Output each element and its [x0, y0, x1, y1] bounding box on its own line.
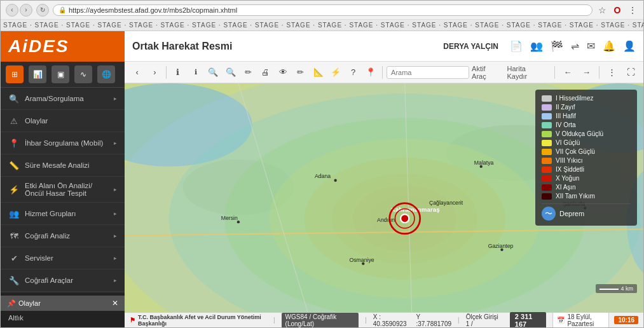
sidebar-grid-icon-btn[interactable]: ⊞ [6, 65, 24, 83]
menu-icon[interactable]: ⋮ [627, 4, 638, 16]
chevron-right-icon: ▸ [114, 255, 117, 261]
legend-deprem-label: Deprem [559, 210, 584, 217]
legend-color-11 [542, 184, 552, 191]
legend-item-5: V Oldukça Güçlü [542, 130, 631, 137]
map-toolbar: ‹ › ℹ ℹ 🔍 🔍 ✏ 🖨 👁 ✏ 📐 ⚡ ? 📍 Aktif Araç [125, 62, 643, 83]
opera-icon[interactable]: O [612, 4, 623, 16]
legend-color-3 [542, 113, 552, 120]
app-container: AiDES ⊞ 📊 ▣ ∿ 🌐 🔍 Arama/Sorgulama ▸ ⚠ [1, 31, 643, 327]
sidebar-item-cografi-analiz[interactable]: 🗺 Coğrafi Analiz ▸ [1, 225, 125, 247]
sidebar-bottom-panel: 📌 Olaylar ✕ Altlık [1, 293, 125, 327]
legend-label-4: IV Orta [556, 121, 576, 128]
eye-button[interactable]: 👁 [276, 65, 291, 80]
print-button[interactable]: 🖨 [258, 65, 273, 80]
sidebar-item-cografi-araclar[interactable]: 🔧 Coğrafi Araçlar ▸ [1, 270, 125, 292]
sidebar-icons-row: ⊞ 📊 ▣ ∿ 🌐 [1, 62, 125, 88]
status-sep-3: | [458, 317, 460, 324]
app-header: Ortak Harekat Resmi DERYA YALÇIN 📄 👥 🏁 ⇌… [125, 31, 643, 62]
bell-icon[interactable]: 🔔 [603, 40, 615, 52]
sidebar-item-sure-mesafe[interactable]: 📏 Süre Mesafe Analizi [1, 154, 125, 177]
legend-deprem-section: 〜 Deprem [542, 203, 631, 221]
toolbar-right: Aktif Araç Harita Kaydır ← → ⋮ ⛶ [472, 64, 638, 81]
refresh-button[interactable]: ↻ [36, 4, 49, 17]
toolbar-sep-2 [382, 66, 383, 79]
sidebar-layers-icon-btn[interactable]: ▣ [51, 65, 69, 83]
afad-icon: ⚑ [130, 317, 135, 324]
search-input[interactable] [387, 66, 469, 79]
tools-icon: 🔧 [8, 275, 20, 286]
sidebar-item-ihbar[interactable]: 📍 İhbar Sorgulama (Mobil) ▸ [1, 132, 125, 154]
sidebar-item-label: Coğrafi Analiz [25, 232, 70, 240]
location-icon: 📍 [8, 137, 20, 149]
sidebar-item-hizmet[interactable]: 👥 Hizmet Grupları ▸ [1, 203, 125, 225]
fullscreen-icon[interactable]: ⛶ [624, 65, 638, 80]
sidebar-logo: AiDES [1, 31, 125, 62]
legend-item-3: III Hafif [542, 113, 631, 120]
info2-button[interactable]: ℹ [188, 65, 203, 80]
sidebar-wave-icon-btn[interactable]: ∿ [74, 65, 92, 83]
nav-buttons: ‹ › [6, 4, 32, 17]
legend-label-7: VII Çok Güçlü [556, 148, 595, 155]
legend-label-5: V Oldukça Güçlü [556, 130, 603, 137]
coord-system-selector[interactable]: WGS84 / Coğrafik (Long/Lat) [282, 313, 359, 328]
chevron-right-icon: ▸ [114, 210, 117, 217]
legend-item-1: I Hissedilmez [542, 95, 631, 102]
legend-color-6 [542, 140, 552, 146]
lightning-button[interactable]: ⚡ [328, 65, 343, 80]
x-coord-label: X : 40.3590923 [373, 313, 410, 327]
legend-label-12: XII Tam Yıkım [556, 193, 595, 200]
back-tool-button[interactable]: ‹ [130, 65, 145, 80]
address-bar[interactable]: 🔒 https://aydesmbstest.afad.gov.tr/mbs2b… [53, 4, 593, 16]
panel-close-button[interactable]: ✕ [112, 299, 118, 308]
mail-icon[interactable]: ✉ [587, 40, 595, 52]
sidebar-item-arama[interactable]: 🔍 Arama/Sorgulama ▸ [1, 88, 125, 110]
edit-button[interactable]: ✏ [293, 65, 308, 80]
info-button[interactable]: ℹ [170, 65, 186, 80]
user-name: DERYA YALÇIN [443, 42, 498, 51]
more-options-icon[interactable]: ⋮ [605, 65, 619, 80]
legend-color-10 [542, 175, 552, 182]
legend-label-6: VI Güçlü [556, 139, 580, 146]
forward-button[interactable]: › [20, 4, 32, 17]
sidebar-chart-icon-btn[interactable]: 📊 [29, 65, 46, 83]
sidebar-item-etki[interactable]: ⚡ Etki Alanı Ön Analizi/ Öncül Hasar Tes… [1, 177, 125, 203]
user-icon[interactable]: 👤 [623, 40, 636, 52]
sidebar-item-label: Coğrafi Araçlar [25, 277, 73, 284]
chevron-right-icon: ▸ [114, 186, 117, 193]
scale-label: Ölçek Girişi 1 / [466, 313, 501, 327]
draw-button[interactable]: ✏ [240, 65, 256, 80]
users-icon[interactable]: 👥 [530, 40, 543, 52]
distance-icon: 📏 [8, 160, 20, 171]
legend-color-4 [542, 122, 552, 128]
map-icon: 🗺 [8, 230, 20, 242]
legend-item-4: IV Orta [542, 121, 631, 128]
forward-tool-button[interactable]: › [147, 65, 163, 80]
help-button[interactable]: ? [346, 65, 361, 80]
flag-icon[interactable]: 🏁 [551, 40, 563, 52]
sidebar-item-servisler[interactable]: ✔ Servisler ▸ [1, 247, 125, 270]
arrows-icon[interactable]: ⇌ [571, 40, 579, 52]
panel-item-altlik[interactable]: Altlık [1, 311, 125, 325]
measure-button[interactable]: 📐 [311, 65, 326, 80]
status-sep-1: | [273, 317, 275, 324]
legend-color-5 [542, 131, 552, 137]
document-icon[interactable]: 📄 [510, 40, 523, 52]
save-map-button[interactable]: Harita Kaydır [504, 64, 549, 81]
expand-left-icon[interactable]: ← [560, 65, 575, 80]
page-title: Ortak Harekat Resmi [132, 41, 437, 52]
sidebar-item-olaylar[interactable]: ⚠ Olaylar [1, 110, 125, 132]
browser-actions: ☆ O ⋮ [596, 4, 638, 16]
expand-right-icon[interactable]: → [579, 65, 594, 80]
search-icon: 🔍 [8, 93, 20, 104]
zoom-value: 2 311 167 [510, 312, 547, 328]
legend-color-7 [542, 149, 552, 155]
map-container[interactable]: Kahramanmaraş Adana Malatya Osmaniye Gaz… [125, 83, 643, 312]
zoom-out-button[interactable]: 🔍 [223, 65, 238, 80]
toolbar-sep-4 [599, 66, 599, 79]
legend-label-2: II Zayıf [556, 104, 575, 111]
pin-tool-button[interactable]: 📍 [364, 65, 379, 80]
star-icon[interactable]: ☆ [596, 4, 608, 16]
sidebar-globe-icon-btn[interactable]: 🌐 [97, 65, 115, 83]
zoom-in-button[interactable]: 🔍 [205, 65, 221, 80]
back-button[interactable]: ‹ [6, 4, 18, 17]
